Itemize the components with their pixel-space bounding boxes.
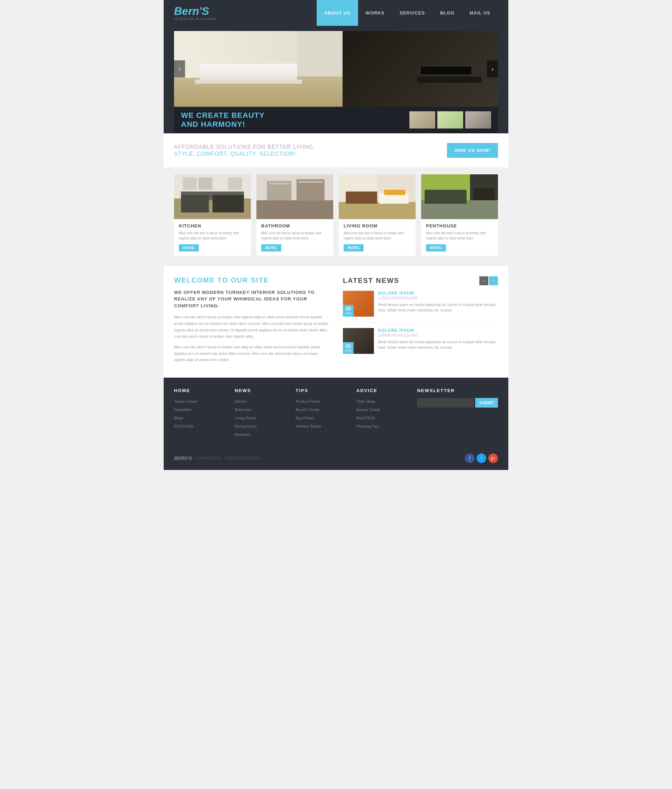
tagline-text: AFFORDABLE SOLUTIONS FOR BETTER LIVING. …	[174, 143, 315, 157]
footer-links-home: Today's News Newsletter Blogs RSS Feeds	[174, 398, 228, 429]
tv-unit-decor	[417, 77, 482, 83]
footer-copy: © POWERED BY	[195, 457, 222, 460]
footer-col-news: NEWS Kitchen Bathroom Living Room Dining…	[235, 388, 288, 439]
welcome-para1: Mes cum dia sed in lacus ut enlasc etor …	[174, 314, 329, 340]
nav-item-mail[interactable]: MAIL US	[462, 0, 498, 26]
news-content-1: DOLORE IPSUM LOREM IPSUM DOLORE Morbi te…	[378, 291, 498, 317]
portfolio-grid: KITCHEN Mes cum dia sed in lacus ut enla…	[174, 174, 498, 256]
footer-link-faqs[interactable]: Most FAQs	[356, 416, 375, 420]
hero-container: ‹ › WE CREATE BEAUTY AND HARMONY!	[174, 31, 498, 133]
svg-rect-28	[474, 188, 494, 200]
footer-bottom: BERN'S © POWERED BY TEMPLATEMONSTER f t …	[174, 447, 498, 463]
googleplus-icon[interactable]: g+	[488, 454, 498, 463]
footer-link-blogs[interactable]: Blogs	[174, 416, 184, 420]
kitchen-more-btn[interactable]: MORE	[179, 244, 199, 252]
news-month-2: APR	[345, 349, 352, 353]
welcome-title: WELCOME TO OUR SITE	[174, 276, 329, 284]
svg-rect-14	[269, 183, 290, 184]
footer-link-newsletter[interactable]: Newsletter	[174, 407, 192, 412]
svg-rect-27	[424, 190, 467, 204]
tagline-line2: STYLE, COMFORT, QUALITY, SELECTION!	[174, 151, 315, 157]
living-more-btn[interactable]: MORE	[344, 244, 363, 252]
hero-bottom: WE CREATE BEAUTY AND HARMONY!	[174, 107, 498, 133]
penthouse-illustration	[421, 174, 498, 219]
hero-thumb-1[interactable]	[410, 111, 435, 128]
welcome-column: WELCOME TO OUR SITE WE OFFER MODERN TURN…	[174, 276, 329, 367]
footer-link-kitchen[interactable]: Kitchen	[235, 399, 248, 404]
hero-thumb-3[interactable]	[465, 111, 491, 128]
portfolio-desc-kitchen: Mes cum dia sed in lacus ut enlasc etor …	[179, 230, 246, 241]
news-title: LATEST NEWS	[343, 277, 399, 284]
sofa-decor	[200, 64, 297, 80]
portfolio-info-living: LIVING ROOM Mes cum dia sed in lacus ut …	[339, 219, 416, 256]
footer-link-buyers-guide-advice[interactable]: Buyers' Guide	[356, 407, 380, 412]
svg-rect-5	[213, 195, 244, 212]
logo-name: Bern'	[174, 5, 202, 17]
hero-title: WE CREATE BEAUTY AND HARMONY!	[181, 111, 265, 129]
footer-link-living-room[interactable]: Living Room	[235, 416, 256, 420]
footer-link-buy-it-now[interactable]: Buy it Now	[296, 416, 314, 420]
newsletter-form: SUBMIT	[417, 398, 498, 407]
penthouse-more-btn[interactable]: MORE	[426, 244, 446, 252]
footer-link-rss[interactable]: RSS Feeds	[174, 424, 193, 428]
living-illustration	[339, 174, 416, 219]
news-month-1: APR	[345, 312, 352, 316]
news-prev-btn[interactable]: ‹	[479, 276, 488, 285]
footer-title-advice: ADVICE	[356, 388, 410, 393]
nav-item-blog[interactable]: BLOG	[432, 0, 462, 26]
news-title-2: DOLORE IPSUM	[378, 328, 498, 333]
portfolio-desc-bathroom: Mes cum dia sed in lacus ut enlasc etor …	[261, 230, 328, 241]
portfolio-info-bathroom: BATHROOM Mes cum dia sed in lacus ut enl…	[256, 219, 333, 256]
svg-rect-15	[298, 181, 323, 183]
nav-item-services[interactable]: SERVICES	[392, 0, 433, 26]
svg-rect-20	[346, 192, 377, 204]
welcome-para2: Mes cum dia sed in lacus ut enlasc etor …	[174, 344, 329, 363]
newsletter-submit-btn[interactable]: SUBMIT	[475, 398, 498, 407]
news-thumb-1: 25 APR	[343, 291, 374, 317]
nav-item-works[interactable]: WORKS	[358, 0, 392, 26]
footer-title-home: HOME	[174, 388, 228, 393]
footer-col-home: HOME Today's News Newsletter Blogs RSS F…	[174, 388, 228, 439]
footer-col-tips: TIPS Product Finder Buyers' Guide Buy it…	[296, 388, 349, 439]
svg-rect-4	[181, 195, 209, 212]
bathroom-illustration	[256, 174, 333, 219]
hero-prev-btn[interactable]: ‹	[174, 60, 185, 78]
nav-item-about[interactable]: ABOUT US	[317, 0, 358, 26]
social-icons: f t g+	[465, 454, 498, 463]
news-day-2: 23	[345, 343, 352, 349]
news-item-1: 25 APR DOLORE IPSUM LOREM IPSUM DOLORE M…	[343, 291, 498, 323]
footer-link-dining-room[interactable]: Dining Room	[235, 424, 257, 428]
logo-accent: S	[202, 5, 209, 17]
logo: Bern'S INTERIOR BUILDERS	[174, 5, 217, 21]
footer-link-bedroom[interactable]: Bedroom	[235, 433, 250, 436]
bathroom-more-btn[interactable]: MORE	[261, 244, 281, 252]
footer-link-buyers-guide-tips[interactable]: Buyers' Guide	[296, 407, 320, 412]
hero-section: ‹ › WE CREATE BEAUTY AND HARMONY!	[164, 26, 508, 133]
tv-decor	[420, 66, 472, 75]
footer-link-planning-tips[interactable]: Planning Tips	[356, 424, 379, 428]
twitter-icon[interactable]: t	[477, 454, 486, 463]
news-item-2: 23 APR DOLORE IPSUM LOREM IPSUM DOLORE M…	[343, 328, 498, 359]
news-next-btn[interactable]: ›	[489, 276, 498, 285]
svg-rect-22	[384, 190, 405, 195]
hero-thumb-2[interactable]	[437, 111, 463, 128]
portfolio-card-penthouse: PENTHOUSE Mes cum dia sed in lacus ut en…	[421, 174, 498, 256]
portfolio-img-bathroom	[256, 174, 333, 219]
hero-next-btn[interactable]: ›	[487, 60, 498, 78]
footer-link-product-finder[interactable]: Product Finder	[296, 399, 320, 404]
news-cat-2: LOREM IPSUM DOLORE	[378, 334, 498, 337]
news-header: LATEST NEWS ‹ ›	[343, 276, 498, 285]
footer-link-address-books[interactable]: Address Books	[296, 424, 321, 428]
footer-link-style-ideas[interactable]: Style Ideas	[356, 399, 375, 404]
news-day-1: 25	[345, 306, 352, 312]
facebook-icon[interactable]: f	[465, 454, 475, 463]
portfolio-card-living: LIVING ROOM Mes cum dia sed in lacus ut …	[339, 174, 416, 256]
footer-credit: TEMPLATEMONSTER	[224, 457, 259, 460]
footer-top: HOME Today's News Newsletter Blogs RSS F…	[174, 388, 498, 447]
hire-btn[interactable]: HIRE US NOW!	[447, 143, 498, 158]
footer-link-todays-news[interactable]: Today's News	[174, 399, 197, 404]
portfolio-desc-living: Mes cum dia sed in lacus ut enlasc etor …	[344, 230, 411, 241]
newsletter-input[interactable]	[417, 398, 474, 407]
portfolio-title-living: LIVING ROOM	[344, 223, 411, 228]
footer-link-bathroom[interactable]: Bathroom	[235, 407, 251, 412]
